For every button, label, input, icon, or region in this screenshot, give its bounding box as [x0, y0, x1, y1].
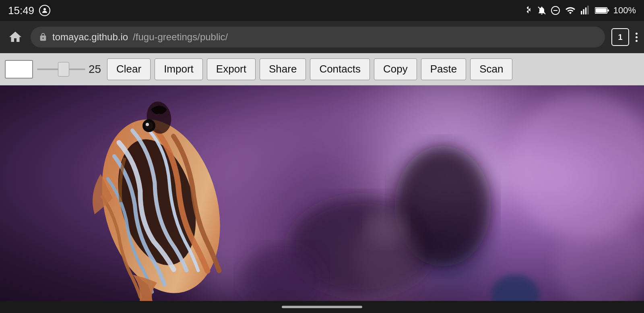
- svg-point-16: [146, 123, 149, 126]
- color-swatch[interactable]: [5, 60, 33, 79]
- wifi-icon: [564, 5, 576, 16]
- status-time: 15:49: [8, 4, 34, 17]
- slider-thumb[interactable]: [58, 62, 69, 77]
- tab-count-button[interactable]: 1: [611, 28, 629, 46]
- scan-button[interactable]: Scan: [470, 58, 512, 80]
- address-domain: tomayac.github.io: [52, 31, 128, 43]
- svg-rect-7: [587, 6, 588, 15]
- toolbar: 25 Clear Import Export Share Contacts Co…: [0, 53, 644, 85]
- status-right: 100%: [524, 5, 636, 16]
- battery-icon: [595, 6, 609, 15]
- mute-icon: [537, 5, 547, 16]
- status-left: 15:49: [8, 4, 50, 17]
- svg-rect-10: [607, 9, 609, 11]
- share-button[interactable]: Share: [260, 58, 306, 80]
- slider-value: 25: [89, 63, 103, 76]
- main-content: [0, 85, 644, 313]
- fish-scene: [0, 85, 644, 313]
- paste-button[interactable]: Paste: [421, 58, 466, 80]
- browser-bar: tomayac.github.io/fugu-greetings/public/…: [0, 21, 644, 53]
- svg-point-21: [366, 206, 407, 247]
- browser-right: 1: [611, 28, 638, 46]
- svg-rect-5: [583, 9, 584, 15]
- svg-rect-9: [596, 8, 607, 13]
- export-button[interactable]: Export: [207, 58, 256, 80]
- brush-size-slider[interactable]: [37, 68, 85, 70]
- lock-icon: [39, 32, 47, 42]
- nav-indicator: [0, 301, 644, 313]
- more-button[interactable]: [636, 33, 638, 42]
- svg-rect-6: [585, 7, 586, 14]
- clear-button[interactable]: Clear: [107, 58, 151, 80]
- status-bar: 15:49: [0, 0, 644, 21]
- home-button[interactable]: [6, 28, 24, 46]
- profile-icon: [39, 5, 50, 16]
- battery-percentage: 100%: [613, 5, 636, 16]
- bluetooth-icon: [524, 5, 533, 16]
- address-path: /fugu-greetings/public/: [133, 31, 228, 43]
- copy-button[interactable]: Copy: [374, 58, 417, 80]
- slider-container: 25: [37, 63, 103, 76]
- import-button[interactable]: Import: [155, 58, 203, 80]
- svg-point-23: [511, 93, 644, 238]
- fish-image: [0, 85, 644, 313]
- svg-point-0: [43, 8, 46, 10]
- svg-point-15: [145, 122, 153, 130]
- dnd-icon: [551, 5, 560, 16]
- signal-icon: [580, 5, 591, 16]
- nav-pill: [282, 306, 362, 308]
- address-bar[interactable]: tomayac.github.io/fugu-greetings/public/: [31, 27, 605, 48]
- contacts-button[interactable]: Contacts: [310, 58, 370, 80]
- svg-rect-4: [581, 11, 582, 15]
